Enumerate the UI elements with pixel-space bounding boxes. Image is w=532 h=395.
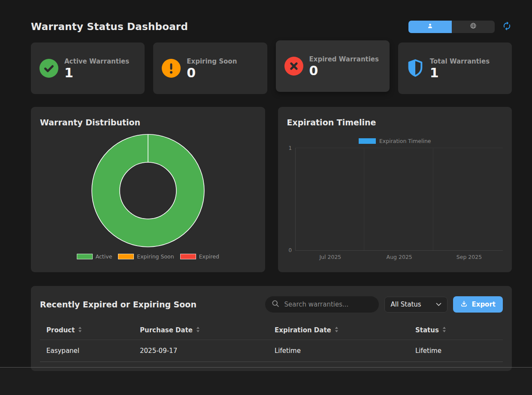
table-row[interactable]: Easypanel 2025-09-17 Lifetime Lifetime [40,340,503,362]
legend-label: Expired [199,253,219,260]
timeline-legend[interactable]: Expiration Timeline [287,138,503,144]
status-filter-select[interactable]: All Status [384,297,447,313]
gridline [364,148,364,250]
dashboard-content: Warranty Status Dashboard [31,0,512,371]
table-header-row: Recently Expired or Expiring Soon All St… [40,296,503,313]
stat-card-expiring: Expiring Soon 0 [153,43,267,94]
sort-icon [442,326,446,334]
search-input[interactable] [283,300,372,309]
stat-label: Total Warranties [430,58,490,65]
refresh-button[interactable] [502,21,512,32]
stat-label: Expiring Soon [187,58,237,65]
sort-icon [335,326,339,334]
timeline-plot: 1 0 Jul 2025 Aug 2025 Sep 2025 [295,148,503,251]
legend-label: Active [96,253,112,260]
legend-item-expired[interactable]: Expired [180,253,219,260]
x-circle-icon [284,57,303,76]
y-axis-tick: 1 [289,145,292,151]
column-label: Product [46,326,75,334]
sort-icon [78,326,82,334]
y-axis-tick: 0 [289,247,292,253]
table-controls: All Status Export [265,296,503,313]
column-header-status[interactable]: Status [409,326,503,334]
doughnut-graphic [91,134,205,248]
search-icon [272,300,279,309]
legend-swatch-red [180,254,196,259]
legend-swatch-green [77,254,93,259]
stat-value: 1 [430,67,490,79]
cell-expiration-date: Lifetime [268,347,409,355]
warranty-distribution-card: Warranty Distribution Active Expiring So… [31,107,265,272]
stat-value: 0 [309,64,379,77]
status-filter-value: All Status [390,301,421,308]
column-label: Expiration Date [275,326,331,334]
chevron-down-icon [436,301,441,308]
search-box[interactable] [265,296,379,313]
sync-icon [502,21,512,32]
column-header-product[interactable]: Product [40,326,133,334]
chart-title: Warranty Distribution [40,118,256,127]
doughnut-chart: Active Expiring Soon Expired [40,127,256,260]
shield-icon [407,59,424,78]
horizontal-divider-overlay [0,367,532,368]
legend-swatch-blue [359,138,376,144]
page-title: Warranty Status Dashboard [31,21,188,32]
stat-text: Total Warranties 1 [430,58,490,79]
warranty-table: Product Purchase Date Expiration Date St… [40,324,503,362]
user-icon [427,23,433,31]
check-circle-icon [39,59,58,78]
gridline [433,148,433,250]
stat-card-active: Active Warranties 1 [31,43,145,94]
column-header-purchase-date[interactable]: Purchase Date [133,326,268,334]
stat-value: 0 [187,67,237,79]
header: Warranty Status Dashboard [31,0,512,27]
globe-icon [470,22,477,31]
export-button[interactable]: Export [453,296,503,313]
cell-product: Easypanel [40,347,133,355]
stat-cards: Active Warranties 1 Expiring Soon 0 Expi… [31,43,512,94]
stat-text: Expired Warranties 0 [309,55,379,77]
legend-item-expiring[interactable]: Expiring Soon [118,253,174,260]
warranty-table-card: Recently Expired or Expiring Soon All St… [31,286,512,371]
column-header-expiration-date[interactable]: Expiration Date [268,326,409,334]
x-axis-tick: Sep 2025 [456,254,482,260]
chart-title: Expiration Timeline [287,118,503,127]
sort-icon [196,326,200,334]
legend-item-active[interactable]: Active [77,253,112,260]
stat-text: Active Warranties 1 [64,58,129,79]
table-head: Product Purchase Date Expiration Date St… [40,324,503,340]
legend-label: Expiring Soon [137,253,174,260]
legend-swatch-orange [118,254,134,259]
lower-background-strip [0,367,532,395]
expiration-timeline-card: Expiration Timeline Expiration Timeline … [278,107,512,272]
cell-purchase-date: 2025-09-17 [133,347,268,355]
header-actions [408,21,512,33]
table-title: Recently Expired or Expiring Soon [40,300,265,309]
toggle-option-globe[interactable] [452,21,495,33]
cell-status: Lifetime [409,347,503,355]
stat-card-expired: Expired Warranties 0 [276,40,390,92]
stat-value: 1 [64,67,129,79]
charts-row: Warranty Distribution Active Expiring So… [31,107,512,272]
download-icon [460,300,468,309]
export-label: Export [472,301,496,308]
x-axis-tick: Jul 2025 [319,254,341,260]
column-label: Purchase Date [140,326,193,334]
doughnut-legend: Active Expiring Soon Expired [77,253,219,260]
stat-label: Active Warranties [64,58,129,65]
x-axis-tick: Aug 2025 [387,254,412,260]
plot-area: 1 0 [295,148,503,251]
stat-text: Expiring Soon 0 [187,58,237,79]
legend-label: Expiration Timeline [379,138,431,144]
toggle-option-user[interactable] [408,21,452,33]
view-toggle[interactable] [408,21,495,33]
alert-circle-icon [162,59,181,78]
stat-card-total: Total Warranties 1 [398,43,512,94]
column-label: Status [415,326,439,334]
stat-label: Expired Warranties [309,55,379,63]
